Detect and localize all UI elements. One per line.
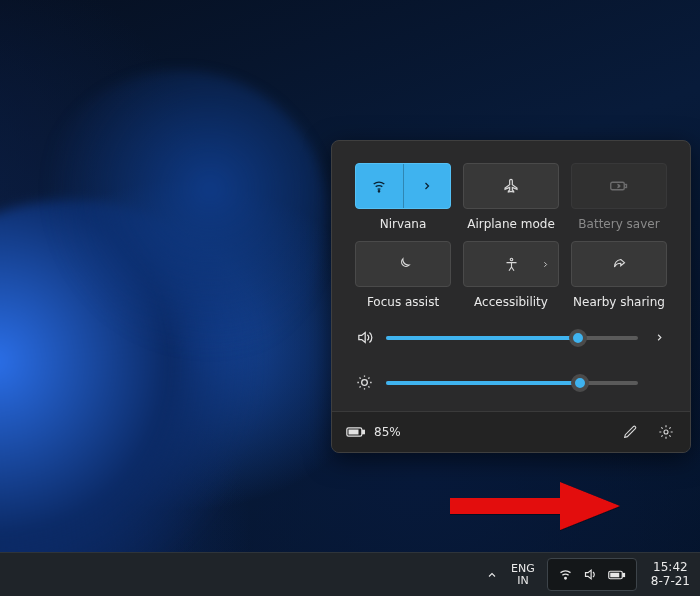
lang-line1: ENG [511, 563, 535, 575]
nearby-sharing-label: Nearby sharing [573, 295, 665, 309]
accessibility-icon [504, 257, 519, 272]
svg-rect-1 [611, 182, 625, 190]
taskbar: ENG IN 15:42 8-7-21 [0, 552, 700, 596]
tile-wifi: Nirvana [354, 163, 452, 231]
tile-focus-assist: Focus assist [354, 241, 452, 309]
focus-assist-label: Focus assist [367, 295, 439, 309]
language-indicator[interactable]: ENG IN [503, 553, 543, 596]
battery-saver-icon [610, 179, 628, 193]
wifi-expand[interactable] [403, 164, 451, 208]
svg-rect-2 [625, 185, 627, 188]
battery-icon [346, 426, 366, 438]
volume-expand[interactable] [650, 332, 668, 343]
svg-point-3 [510, 258, 513, 261]
brightness-icon [354, 374, 374, 391]
chevron-right-icon [541, 260, 550, 269]
chevron-up-icon [486, 569, 498, 581]
open-settings-button[interactable] [656, 422, 676, 442]
tile-battery-saver: Battery saver [570, 163, 668, 231]
svg-rect-7 [349, 430, 359, 435]
airplane-label: Airplane mode [467, 217, 555, 231]
clock-time: 15:42 [653, 561, 688, 574]
system-tray: ENG IN 15:42 8-7-21 [481, 553, 700, 596]
tray-overflow-button[interactable] [481, 553, 503, 596]
battery-saver-label: Battery saver [578, 217, 659, 231]
moon-icon [396, 257, 411, 272]
focus-assist-toggle[interactable] [355, 241, 451, 287]
svg-point-4 [361, 380, 367, 386]
gear-icon [658, 424, 674, 440]
share-icon [612, 257, 627, 272]
volume-slider-row [354, 329, 668, 346]
chevron-right-icon [421, 180, 433, 192]
svg-point-8 [664, 430, 668, 434]
battery-percent: 85% [374, 425, 401, 439]
sliders-section [332, 315, 690, 411]
clock-date: 8-7-21 [651, 575, 690, 588]
wifi-toggle[interactable] [355, 163, 451, 209]
wifi-toggle-main[interactable] [356, 164, 403, 208]
accessibility-toggle[interactable] [463, 241, 559, 287]
svg-rect-6 [363, 430, 365, 433]
airplane-toggle[interactable] [463, 163, 559, 209]
battery-icon [608, 569, 626, 581]
brightness-slider[interactable] [386, 381, 638, 385]
brightness-slider-row [354, 374, 668, 391]
tile-accessibility: Accessibility [462, 241, 560, 309]
battery-saver-toggle [571, 163, 667, 209]
quick-settings-footer: 85% [332, 411, 690, 452]
pencil-icon [622, 424, 638, 440]
svg-point-0 [379, 191, 380, 192]
wifi-icon [371, 178, 387, 194]
volume-slider[interactable] [386, 336, 638, 340]
accessibility-label: Accessibility [474, 295, 548, 309]
tile-airplane: Airplane mode [462, 163, 560, 231]
airplane-icon [503, 178, 519, 194]
wifi-label: Nirvana [380, 217, 427, 231]
quick-settings-panel: Nirvana Airplane mode Battery saver Focu… [331, 140, 691, 453]
lang-line2: IN [517, 575, 528, 587]
edit-quick-settings-button[interactable] [620, 422, 640, 442]
svg-rect-13 [610, 572, 619, 577]
svg-point-10 [564, 577, 566, 579]
battery-status[interactable]: 85% [346, 425, 401, 439]
network-volume-battery-button[interactable] [547, 558, 637, 591]
clock-button[interactable]: 15:42 8-7-21 [641, 553, 700, 596]
tile-nearby-sharing: Nearby sharing [570, 241, 668, 309]
wifi-icon [558, 567, 573, 582]
volume-icon [354, 329, 374, 346]
volume-icon [583, 567, 598, 582]
nearby-sharing-toggle[interactable] [571, 241, 667, 287]
quick-settings-tiles: Nirvana Airplane mode Battery saver Focu… [332, 141, 690, 315]
svg-rect-12 [623, 573, 625, 576]
